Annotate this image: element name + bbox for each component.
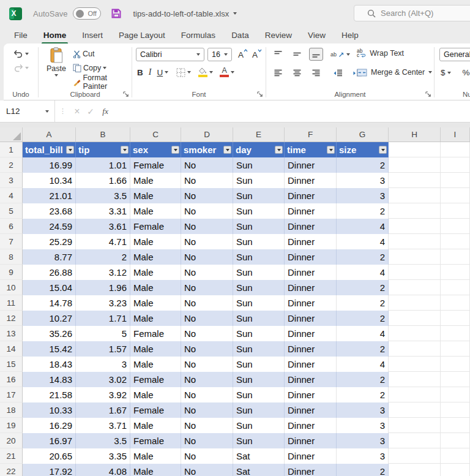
cell[interactable]: Sun xyxy=(233,219,285,234)
column-header-A[interactable]: A xyxy=(23,127,76,142)
row-header-16[interactable]: 16 xyxy=(0,372,23,387)
column-header-E[interactable]: E xyxy=(233,127,285,142)
cell[interactable] xyxy=(441,234,470,249)
font-color-button[interactable]: A xyxy=(220,67,234,77)
cell[interactable] xyxy=(389,418,441,433)
percent-format-button[interactable]: % xyxy=(463,68,470,77)
cell[interactable]: No xyxy=(181,402,233,418)
cell[interactable]: Sun xyxy=(233,157,285,173)
cell[interactable]: 4 xyxy=(337,357,389,372)
filter-button-smoker[interactable] xyxy=(223,146,231,154)
row-header-14[interactable]: 14 xyxy=(0,341,23,357)
cell[interactable]: 8.77 xyxy=(23,249,76,265)
cell[interactable]: 4 xyxy=(337,265,389,280)
cell[interactable]: 5 xyxy=(76,326,130,341)
fill-color-button[interactable] xyxy=(198,67,213,77)
number-format-combo[interactable]: General xyxy=(439,48,470,61)
middle-align-button[interactable] xyxy=(290,48,304,61)
row-header-10[interactable]: 10 xyxy=(0,280,23,295)
cell[interactable]: No xyxy=(181,448,233,464)
filter-button-size[interactable] xyxy=(379,146,387,154)
cell[interactable]: 4.08 xyxy=(76,464,130,476)
cell[interactable]: No xyxy=(181,372,233,387)
row-header-4[interactable]: 4 xyxy=(0,188,23,203)
name-box[interactable]: L12 xyxy=(0,100,55,122)
cell[interactable]: Female xyxy=(130,402,181,418)
table-header-cell-tip[interactable]: tip xyxy=(76,142,130,157)
cell[interactable]: 3.61 xyxy=(76,219,130,234)
cell[interactable]: No xyxy=(181,249,233,265)
cell[interactable]: No xyxy=(181,357,233,372)
search-box[interactable] xyxy=(354,5,470,21)
menu-file[interactable]: File xyxy=(6,28,35,44)
cell[interactable]: Female xyxy=(130,219,181,234)
copy-button[interactable]: Copy xyxy=(73,62,132,74)
cell[interactable]: Dinner xyxy=(285,157,337,173)
column-header-F[interactable]: F xyxy=(285,127,337,142)
cell[interactable]: No xyxy=(181,203,233,219)
cell[interactable] xyxy=(389,157,441,173)
top-align-button[interactable] xyxy=(271,48,285,61)
cell[interactable]: 3 xyxy=(337,188,389,203)
cell[interactable] xyxy=(441,418,470,433)
cell[interactable]: 1.66 xyxy=(76,173,130,188)
cell[interactable]: Male xyxy=(130,280,181,295)
cell[interactable]: 3 xyxy=(337,433,389,448)
select-all-button[interactable] xyxy=(0,127,23,142)
cell[interactable]: Dinner xyxy=(285,280,337,295)
cell[interactable]: Dinner xyxy=(285,387,337,402)
cell[interactable]: 3.35 xyxy=(76,448,130,464)
cell[interactable] xyxy=(441,265,470,280)
cell[interactable]: No xyxy=(181,464,233,476)
cell[interactable] xyxy=(441,372,470,387)
cell[interactable]: Female xyxy=(130,326,181,341)
cell[interactable]: Sun xyxy=(233,357,285,372)
menu-page-layout[interactable]: Page Layout xyxy=(111,28,173,44)
cell[interactable]: 15.04 xyxy=(23,280,76,295)
currency-format-button[interactable]: $ xyxy=(441,68,451,77)
cell[interactable]: 1.01 xyxy=(76,157,130,173)
cell[interactable]: No xyxy=(181,418,233,433)
cell[interactable]: Sun xyxy=(233,188,285,203)
cell[interactable] xyxy=(441,249,470,265)
cell[interactable]: Sat xyxy=(233,448,285,464)
cell[interactable]: Dinner xyxy=(285,265,337,280)
row-header-12[interactable]: 12 xyxy=(0,311,23,326)
cell[interactable]: 21.58 xyxy=(23,387,76,402)
row-header-11[interactable]: 11 xyxy=(0,295,23,311)
cell[interactable]: 3.02 xyxy=(76,372,130,387)
cell[interactable]: 25.29 xyxy=(23,234,76,249)
cell[interactable]: Sun xyxy=(233,326,285,341)
redo-button[interactable] xyxy=(13,64,29,72)
cell[interactable] xyxy=(389,311,441,326)
cell[interactable]: Sat xyxy=(233,464,285,476)
cell[interactable]: No xyxy=(181,265,233,280)
cell[interactable]: 3 xyxy=(337,448,389,464)
cell[interactable] xyxy=(389,387,441,402)
cell[interactable]: Male xyxy=(130,357,181,372)
cell[interactable]: 23.68 xyxy=(23,203,76,219)
cell[interactable]: No xyxy=(181,157,233,173)
document-title[interactable]: tips-add-to-left-of-table.xlsx xyxy=(133,9,237,18)
cell[interactable]: Sun xyxy=(233,265,285,280)
cell[interactable]: No xyxy=(181,326,233,341)
cell[interactable]: 3.23 xyxy=(76,295,130,311)
cell[interactable] xyxy=(441,326,470,341)
cell[interactable]: Female xyxy=(130,433,181,448)
cell[interactable] xyxy=(441,280,470,295)
cell[interactable]: Sun xyxy=(233,173,285,188)
menu-formulas[interactable]: Formulas xyxy=(173,28,223,44)
cell[interactable]: 4 xyxy=(337,219,389,234)
cell[interactable]: 3 xyxy=(337,402,389,418)
row-header-7[interactable]: 7 xyxy=(0,234,23,249)
cell[interactable]: Male xyxy=(130,249,181,265)
cell[interactable]: No xyxy=(181,387,233,402)
row-header-9[interactable]: 9 xyxy=(0,265,23,280)
cell[interactable]: 2 xyxy=(337,249,389,265)
cell[interactable]: Dinner xyxy=(285,326,337,341)
cell[interactable]: 3.31 xyxy=(76,203,130,219)
row-header-5[interactable]: 5 xyxy=(0,203,23,219)
cell[interactable]: Sun xyxy=(233,372,285,387)
cancel-button[interactable]: × xyxy=(70,106,84,117)
cell[interactable]: Dinner xyxy=(285,464,337,476)
